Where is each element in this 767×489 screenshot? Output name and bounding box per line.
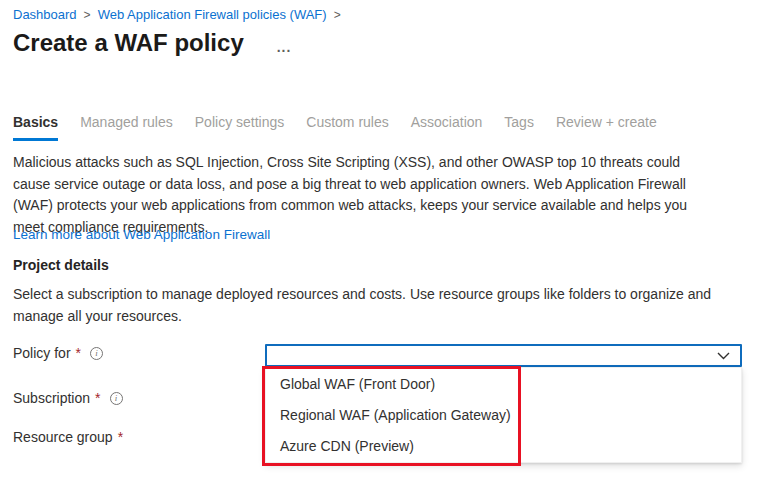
policy-for-select[interactable] <box>265 344 742 367</box>
dropdown-option-azure-cdn[interactable]: Azure CDN (Preview) <box>266 431 741 462</box>
breadcrumb-item-dashboard[interactable]: Dashboard <box>13 7 77 22</box>
breadcrumb-separator-icon: > <box>84 8 91 22</box>
tab-association[interactable]: Association <box>411 114 483 141</box>
required-asterisk: * <box>76 345 81 361</box>
learn-more-link[interactable]: Learn more about Web Application Firewal… <box>13 227 270 242</box>
more-options-ellipsis-icon[interactable]: ... <box>277 39 292 55</box>
resource-group-label-text: Resource group <box>13 429 113 445</box>
tab-review-create[interactable]: Review + create <box>556 114 657 141</box>
dropdown-option-global-waf[interactable]: Global WAF (Front Door) <box>266 368 741 399</box>
tab-managed-rules[interactable]: Managed rules <box>80 114 173 141</box>
dropdown-option-regional-waf[interactable]: Regional WAF (Application Gateway) <box>266 399 741 430</box>
required-asterisk: * <box>118 429 123 445</box>
page-title: Create a WAF policy <box>13 29 244 57</box>
waf-description-text: Malicious attacks such as SQL Injection,… <box>13 152 721 238</box>
breadcrumb-separator-icon: > <box>334 8 341 22</box>
breadcrumb: Dashboard > Web Application Firewall pol… <box>13 7 348 22</box>
project-details-description: Select a subscription to manage deployed… <box>13 284 721 327</box>
project-details-heading: Project details <box>13 257 109 273</box>
policy-for-label-text: Policy for <box>13 345 71 361</box>
subscription-label: Subscription * i <box>13 390 123 406</box>
tab-basics[interactable]: Basics <box>13 114 58 141</box>
chevron-down-icon <box>717 352 730 360</box>
info-icon[interactable]: i <box>90 347 103 360</box>
page-header: Create a WAF policy ... <box>13 29 291 57</box>
tab-custom-rules[interactable]: Custom rules <box>306 114 388 141</box>
policy-for-dropdown-list: Global WAF (Front Door) Regional WAF (Ap… <box>265 367 742 463</box>
resource-group-label: Resource group * <box>13 429 123 445</box>
subscription-label-text: Subscription <box>13 390 90 406</box>
tab-bar: Basics Managed rules Policy settings Cus… <box>13 114 657 141</box>
info-icon[interactable]: i <box>110 392 123 405</box>
breadcrumb-item-waf-policies[interactable]: Web Application Firewall policies (WAF) <box>98 7 327 22</box>
tab-policy-settings[interactable]: Policy settings <box>195 114 284 141</box>
tab-tags[interactable]: Tags <box>504 114 534 141</box>
required-asterisk: * <box>95 390 100 406</box>
policy-for-label: Policy for * i <box>13 345 103 361</box>
